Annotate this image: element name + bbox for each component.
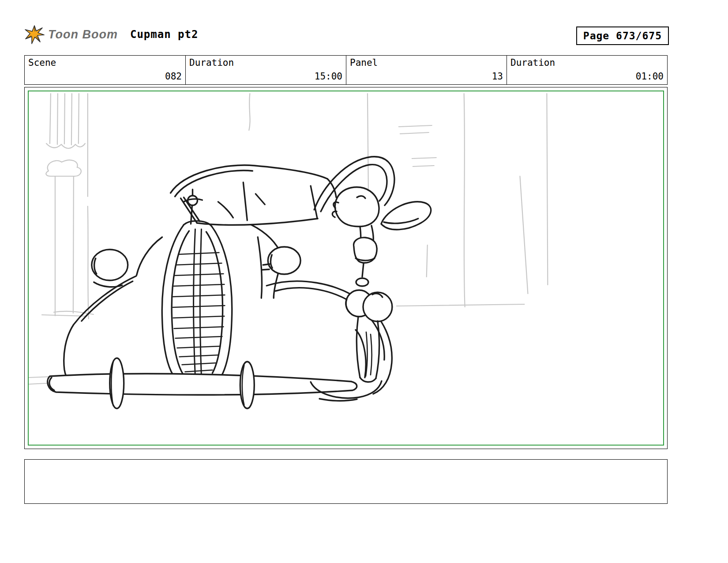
caption-box: [24, 459, 668, 504]
info-cell-scene-duration: Duration 15:00: [185, 56, 346, 84]
scene-label: Scene: [28, 57, 182, 68]
toonboom-starburst-icon: [24, 24, 45, 45]
info-cell-panel-duration: Duration 01:00: [507, 56, 667, 84]
panel-label: Panel: [350, 57, 503, 68]
storyboard-page: Toon Boom Cupman pt2 Page 673/675 Scene …: [0, 0, 728, 563]
panel-duration-label: Duration: [510, 57, 664, 68]
toonboom-logo: Toon Boom: [24, 24, 118, 45]
info-cell-panel: Panel 13: [346, 56, 507, 84]
page-number-box: Page 673/675: [576, 26, 669, 45]
info-table: Scene 082 Duration 15:00 Panel 13 Durati…: [24, 55, 668, 85]
panel-value: 13: [492, 71, 503, 82]
header: Toon Boom Cupman pt2: [24, 23, 670, 46]
project-title: Cupman pt2: [130, 28, 199, 41]
scene-value: 082: [165, 71, 182, 82]
info-cell-scene: Scene 082: [25, 56, 185, 84]
storyboard-panel-frame: [24, 87, 668, 449]
storyboard-sketch-svg: [29, 91, 663, 445]
panel-duration-value: 01:00: [636, 71, 664, 82]
scene-duration-value: 15:00: [315, 71, 342, 82]
storyboard-panel-safe-area: [28, 91, 664, 446]
scene-duration-label: Duration: [189, 57, 342, 68]
logo-text: Toon Boom: [48, 28, 118, 42]
